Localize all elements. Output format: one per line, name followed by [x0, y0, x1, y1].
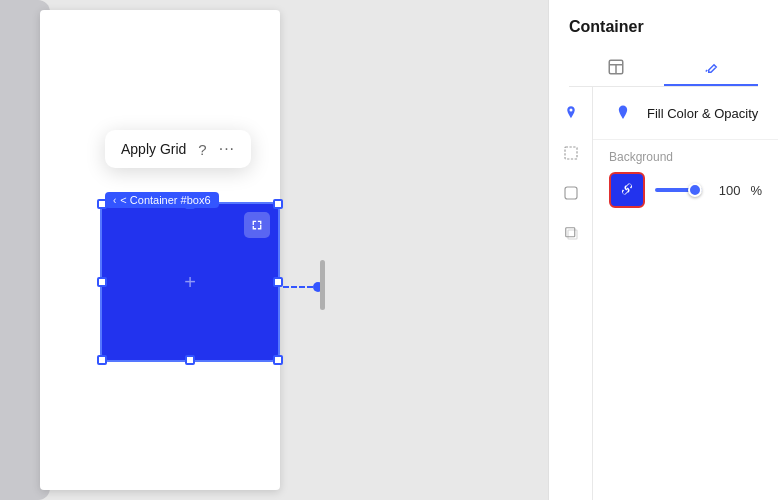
handle-bottom-center[interactable]	[185, 355, 195, 365]
fill-section-icon	[609, 99, 637, 127]
handle-middle-left[interactable]	[97, 277, 107, 287]
container-label[interactable]: ‹ < Container #box6	[105, 192, 219, 208]
border-icon[interactable]	[559, 141, 583, 165]
opacity-unit: %	[750, 183, 762, 198]
svg-rect-4	[565, 187, 577, 199]
corner-radius-icon[interactable]	[559, 181, 583, 205]
panel-inner: Fill Color & Opacity Background	[549, 87, 778, 500]
apply-grid-label: Apply Grid	[121, 141, 186, 157]
opacity-value: 100	[712, 183, 740, 198]
container-label-text: < Container #box6	[120, 194, 210, 206]
dash-line	[283, 286, 313, 288]
tab-layout[interactable]	[569, 50, 664, 86]
panel-title: Container	[569, 18, 758, 36]
background-section: Background	[593, 140, 778, 214]
color-control-row: 100 %	[609, 172, 762, 208]
side-icons	[549, 87, 593, 500]
svg-rect-5	[565, 228, 574, 237]
link-icon	[619, 181, 635, 200]
help-icon[interactable]: ?	[198, 141, 206, 158]
svg-rect-6	[568, 230, 577, 239]
handle-bottom-right[interactable]	[273, 355, 283, 365]
background-label: Background	[609, 150, 762, 164]
toolbar-popup: Apply Grid ? ···	[105, 130, 251, 168]
svg-rect-3	[565, 147, 577, 159]
panel-header: Container	[549, 0, 778, 87]
fill-color-section: Fill Color & Opacity	[593, 87, 778, 140]
opacity-slider-thumb[interactable]	[688, 183, 702, 197]
handle-bottom-left[interactable]	[97, 355, 107, 365]
panel-main-content: Fill Color & Opacity Background	[593, 87, 778, 500]
chevron-left-icon: ‹	[113, 195, 116, 206]
canvas-area: Apply Grid ? ··· ‹ < Container #box6	[0, 0, 548, 500]
tab-style[interactable]	[664, 50, 759, 86]
right-panel: Container	[548, 0, 778, 500]
opacity-slider-area[interactable]	[655, 188, 702, 192]
vertical-divider	[320, 260, 325, 310]
fill-icon[interactable]	[559, 101, 583, 125]
page-canvas: Apply Grid ? ··· ‹ < Container #box6	[40, 10, 280, 490]
color-swatch-button[interactable]	[609, 172, 645, 208]
panel-tabs	[569, 50, 758, 87]
expand-icon[interactable]	[244, 212, 270, 238]
more-options-icon[interactable]: ···	[219, 140, 235, 158]
plus-icon: +	[184, 271, 196, 294]
blue-container[interactable]: +	[100, 202, 280, 362]
opacity-slider-track[interactable]	[655, 188, 702, 192]
handle-top-right[interactable]	[273, 199, 283, 209]
fill-color-label: Fill Color & Opacity	[647, 106, 758, 121]
connector-line	[283, 282, 323, 292]
handle-middle-right[interactable]	[273, 277, 283, 287]
shadow-icon[interactable]	[559, 221, 583, 245]
